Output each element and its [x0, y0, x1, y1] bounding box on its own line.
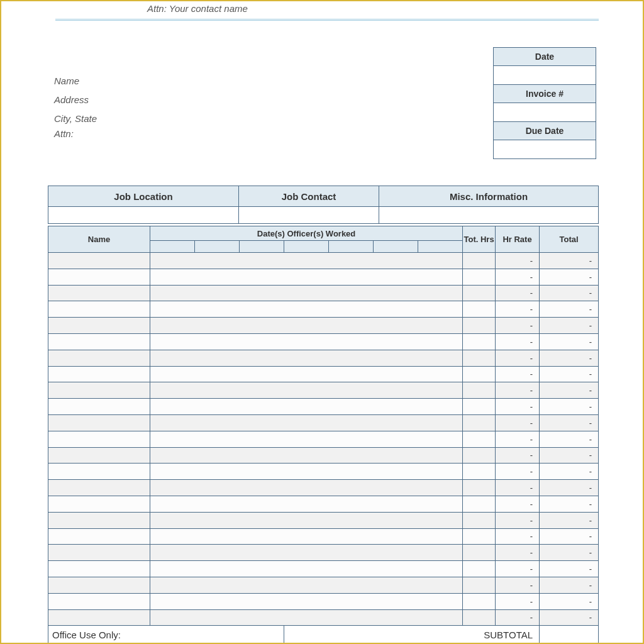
tot-hrs-cell[interactable] [463, 285, 496, 301]
hr-rate-cell[interactable]: - [496, 480, 540, 496]
name-cell[interactable] [48, 414, 150, 431]
dates-cell[interactable] [150, 269, 463, 285]
name-cell[interactable] [48, 528, 150, 545]
dates-cell[interactable] [150, 480, 463, 496]
dates-cell[interactable] [150, 512, 463, 528]
total-cell[interactable]: - [540, 399, 599, 415]
dates-cell[interactable] [150, 447, 463, 464]
total-cell[interactable]: - [540, 253, 599, 269]
total-cell[interactable]: - [540, 464, 599, 480]
hr-rate-cell[interactable]: - [496, 464, 540, 480]
hr-rate-cell[interactable]: - [496, 301, 540, 318]
tot-hrs-cell[interactable] [463, 480, 496, 496]
name-cell[interactable] [48, 285, 150, 301]
total-cell[interactable]: - [540, 593, 599, 609]
tot-hrs-cell[interactable] [463, 333, 496, 350]
name-cell[interactable] [48, 431, 150, 447]
total-cell[interactable]: - [540, 496, 599, 512]
total-cell[interactable]: - [540, 577, 599, 593]
hr-rate-cell[interactable]: - [496, 561, 540, 577]
name-cell[interactable] [48, 318, 150, 334]
hr-rate-cell[interactable]: - [496, 609, 540, 626]
total-cell[interactable]: - [540, 447, 599, 464]
total-cell[interactable]: - [540, 545, 599, 561]
dates-cell[interactable] [150, 285, 463, 301]
hr-rate-cell[interactable]: - [496, 399, 540, 415]
dates-cell[interactable] [150, 382, 463, 399]
tot-hrs-cell[interactable] [463, 431, 496, 447]
job-contact-cell[interactable] [239, 207, 379, 224]
name-cell[interactable] [48, 512, 150, 528]
tot-hrs-cell[interactable] [463, 577, 496, 593]
total-cell[interactable]: - [540, 528, 599, 545]
tot-hrs-cell[interactable] [463, 301, 496, 318]
total-cell[interactable]: - [540, 480, 599, 496]
name-cell[interactable] [48, 366, 150, 382]
name-cell[interactable] [48, 464, 150, 480]
dates-cell[interactable] [150, 593, 463, 609]
tot-hrs-cell[interactable] [463, 399, 496, 415]
hr-rate-cell[interactable]: - [496, 333, 540, 350]
job-location-cell[interactable] [48, 207, 239, 224]
hr-rate-cell[interactable]: - [496, 350, 540, 366]
dates-cell[interactable] [150, 318, 463, 334]
hr-rate-cell[interactable]: - [496, 431, 540, 447]
dates-cell[interactable] [150, 528, 463, 545]
total-cell[interactable]: - [540, 431, 599, 447]
name-cell[interactable] [48, 399, 150, 415]
hr-rate-cell[interactable]: - [496, 382, 540, 399]
name-cell[interactable] [48, 545, 150, 561]
hr-rate-cell[interactable]: - [496, 545, 540, 561]
hr-rate-cell[interactable]: - [496, 253, 540, 269]
dates-cell[interactable] [150, 333, 463, 350]
tot-hrs-cell[interactable] [463, 561, 496, 577]
tot-hrs-cell[interactable] [463, 382, 496, 399]
dates-cell[interactable] [150, 609, 463, 626]
name-cell[interactable] [48, 253, 150, 269]
tot-hrs-cell[interactable] [463, 528, 496, 545]
name-cell[interactable] [48, 333, 150, 350]
dates-cell[interactable] [150, 350, 463, 366]
hr-rate-cell[interactable]: - [496, 366, 540, 382]
misc-info-cell[interactable] [379, 207, 599, 224]
name-cell[interactable] [48, 561, 150, 577]
tot-hrs-cell[interactable] [463, 318, 496, 334]
total-cell[interactable]: - [540, 269, 599, 285]
dates-cell[interactable] [150, 301, 463, 318]
tot-hrs-cell[interactable] [463, 464, 496, 480]
hr-rate-cell[interactable]: - [496, 414, 540, 431]
name-cell[interactable] [48, 301, 150, 318]
total-cell[interactable]: - [540, 285, 599, 301]
due-date-value[interactable] [494, 140, 596, 159]
hr-rate-cell[interactable]: - [496, 577, 540, 593]
tot-hrs-cell[interactable] [463, 414, 496, 431]
hr-rate-cell[interactable]: - [496, 285, 540, 301]
total-cell[interactable]: - [540, 414, 599, 431]
dates-cell[interactable] [150, 577, 463, 593]
invoice-num-value[interactable] [494, 103, 596, 122]
total-cell[interactable]: - [540, 301, 599, 318]
dates-cell[interactable] [150, 561, 463, 577]
hr-rate-cell[interactable]: - [496, 512, 540, 528]
name-cell[interactable] [48, 382, 150, 399]
total-cell[interactable]: - [540, 512, 599, 528]
total-cell[interactable]: - [540, 350, 599, 366]
dates-cell[interactable] [150, 431, 463, 447]
total-cell[interactable]: - [540, 318, 599, 334]
total-cell[interactable]: - [540, 561, 599, 577]
tot-hrs-cell[interactable] [463, 593, 496, 609]
tot-hrs-cell[interactable] [463, 350, 496, 366]
name-cell[interactable] [48, 350, 150, 366]
hr-rate-cell[interactable]: - [496, 269, 540, 285]
name-cell[interactable] [48, 480, 150, 496]
tot-hrs-cell[interactable] [463, 269, 496, 285]
tot-hrs-cell[interactable] [463, 253, 496, 269]
tot-hrs-cell[interactable] [463, 496, 496, 512]
name-cell[interactable] [48, 593, 150, 609]
hr-rate-cell[interactable]: - [496, 528, 540, 545]
hr-rate-cell[interactable]: - [496, 496, 540, 512]
total-cell[interactable]: - [540, 366, 599, 382]
name-cell[interactable] [48, 609, 150, 626]
name-cell[interactable] [48, 269, 150, 285]
name-cell[interactable] [48, 447, 150, 464]
